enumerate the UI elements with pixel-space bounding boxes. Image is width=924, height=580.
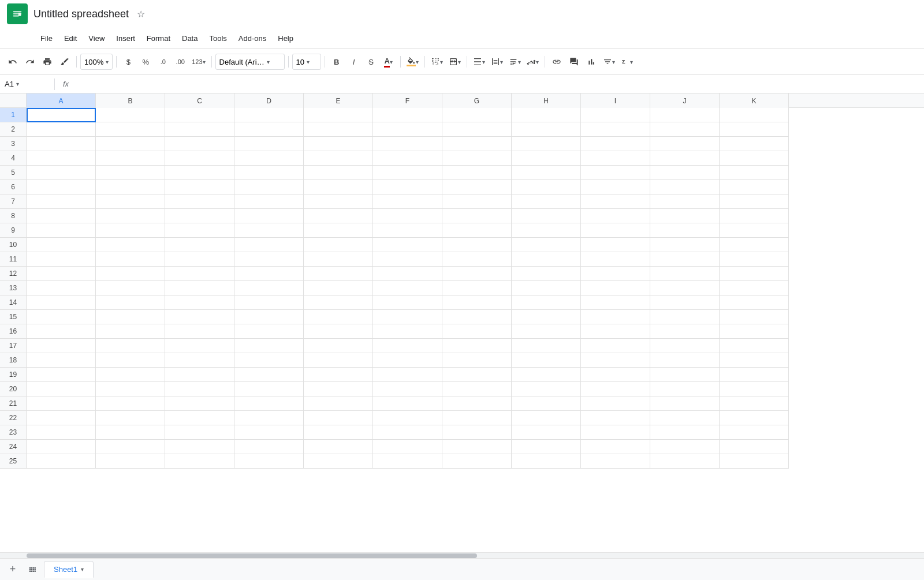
wrap-button[interactable]: ▾: [506, 54, 523, 70]
cell-E2[interactable]: [304, 122, 373, 137]
cell-I12[interactable]: [581, 267, 650, 281]
cell-A19[interactable]: [27, 368, 96, 382]
cell-K13[interactable]: [720, 281, 789, 295]
cell-B8[interactable]: [96, 209, 165, 223]
cell-G22[interactable]: [442, 411, 512, 425]
cell-E13[interactable]: [304, 281, 373, 295]
cell-E16[interactable]: [304, 324, 373, 339]
cell-G13[interactable]: [442, 281, 512, 295]
cell-J2[interactable]: [650, 122, 720, 137]
menu-view[interactable]: View: [83, 32, 110, 45]
font-select[interactable]: Default (Ari… ▾: [215, 54, 285, 70]
cell-I14[interactable]: [581, 295, 650, 310]
cell-G10[interactable]: [442, 238, 512, 252]
cell-J7[interactable]: [650, 194, 720, 209]
cell-C5[interactable]: [165, 166, 234, 180]
row-header-5[interactable]: 5: [0, 166, 27, 180]
cell-G17[interactable]: [442, 339, 512, 353]
cell-J10[interactable]: [650, 238, 720, 252]
cell-G23[interactable]: [442, 425, 512, 440]
cell-G21[interactable]: [442, 396, 512, 411]
add-sheet-button[interactable]: +: [5, 562, 21, 578]
cell-E14[interactable]: [304, 295, 373, 310]
cell-D23[interactable]: [234, 425, 304, 440]
cell-C13[interactable]: [165, 281, 234, 295]
cell-J16[interactable]: [650, 324, 720, 339]
sheet-list-button[interactable]: [24, 562, 40, 578]
cell-F24[interactable]: [373, 440, 442, 454]
cell-E15[interactable]: [304, 310, 373, 324]
cell-H7[interactable]: [512, 194, 581, 209]
row-header-20[interactable]: 20: [0, 382, 27, 396]
cell-B2[interactable]: [96, 122, 165, 137]
cell-A8[interactable]: [27, 209, 96, 223]
cell-E10[interactable]: [304, 238, 373, 252]
italic-button[interactable]: I: [346, 54, 362, 70]
cell-F20[interactable]: [373, 382, 442, 396]
align-h-button[interactable]: ▾: [471, 54, 487, 70]
cell-E7[interactable]: [304, 194, 373, 209]
cell-E9[interactable]: [304, 223, 373, 238]
cell-H24[interactable]: [512, 440, 581, 454]
cell-K22[interactable]: [720, 411, 789, 425]
cell-H19[interactable]: [512, 368, 581, 382]
cell-G6[interactable]: [442, 180, 512, 194]
col-header-i[interactable]: I: [581, 93, 650, 108]
cell-D20[interactable]: [234, 382, 304, 396]
row-header-8[interactable]: 8: [0, 209, 27, 223]
cell-J1[interactable]: [650, 108, 720, 122]
row-header-13[interactable]: 13: [0, 281, 27, 295]
row-header-14[interactable]: 14: [0, 295, 27, 310]
row-header-17[interactable]: 17: [0, 339, 27, 353]
cell-A9[interactable]: [27, 223, 96, 238]
cell-I9[interactable]: [581, 223, 650, 238]
cell-J23[interactable]: [650, 425, 720, 440]
cell-C6[interactable]: [165, 180, 234, 194]
cell-E1[interactable]: [304, 108, 373, 122]
cell-K10[interactable]: [720, 238, 789, 252]
row-header-21[interactable]: 21: [0, 396, 27, 411]
cell-H12[interactable]: [512, 267, 581, 281]
cell-H5[interactable]: [512, 166, 581, 180]
cell-F11[interactable]: [373, 252, 442, 267]
cell-I8[interactable]: [581, 209, 650, 223]
cell-E24[interactable]: [304, 440, 373, 454]
cell-D25[interactable]: [234, 454, 304, 469]
menu-edit[interactable]: Edit: [58, 32, 83, 45]
cell-C7[interactable]: [165, 194, 234, 209]
cell-C8[interactable]: [165, 209, 234, 223]
row-header-19[interactable]: 19: [0, 368, 27, 382]
cell-A14[interactable]: [27, 295, 96, 310]
cell-E23[interactable]: [304, 425, 373, 440]
col-header-e[interactable]: E: [304, 93, 373, 108]
cell-F21[interactable]: [373, 396, 442, 411]
cell-B24[interactable]: [96, 440, 165, 454]
cell-D8[interactable]: [234, 209, 304, 223]
link-button[interactable]: [549, 54, 565, 70]
cell-H1[interactable]: [512, 108, 581, 122]
cell-H2[interactable]: [512, 122, 581, 137]
sum-button[interactable]: Σ ▾: [619, 54, 635, 70]
doc-title[interactable]: Untitled spreadsheet: [33, 8, 129, 20]
cell-A11[interactable]: [27, 252, 96, 267]
comment-button[interactable]: [566, 54, 582, 70]
col-header-f[interactable]: F: [373, 93, 442, 108]
cell-D18[interactable]: [234, 353, 304, 368]
cell-C1[interactable]: [165, 108, 234, 122]
col-header-j[interactable]: J: [650, 93, 720, 108]
cell-E21[interactable]: [304, 396, 373, 411]
cell-I13[interactable]: [581, 281, 650, 295]
col-header-d[interactable]: D: [234, 93, 304, 108]
menu-format[interactable]: Format: [141, 32, 176, 45]
cell-B20[interactable]: [96, 382, 165, 396]
cell-E12[interactable]: [304, 267, 373, 281]
cell-F23[interactable]: [373, 425, 442, 440]
menu-tools[interactable]: Tools: [203, 32, 232, 45]
menu-data[interactable]: Data: [176, 32, 203, 45]
fill-color-button[interactable]: ▾: [404, 54, 421, 70]
cell-C12[interactable]: [165, 267, 234, 281]
cell-A16[interactable]: [27, 324, 96, 339]
cell-K7[interactable]: [720, 194, 789, 209]
cell-J8[interactable]: [650, 209, 720, 223]
col-header-k[interactable]: K: [720, 93, 789, 108]
